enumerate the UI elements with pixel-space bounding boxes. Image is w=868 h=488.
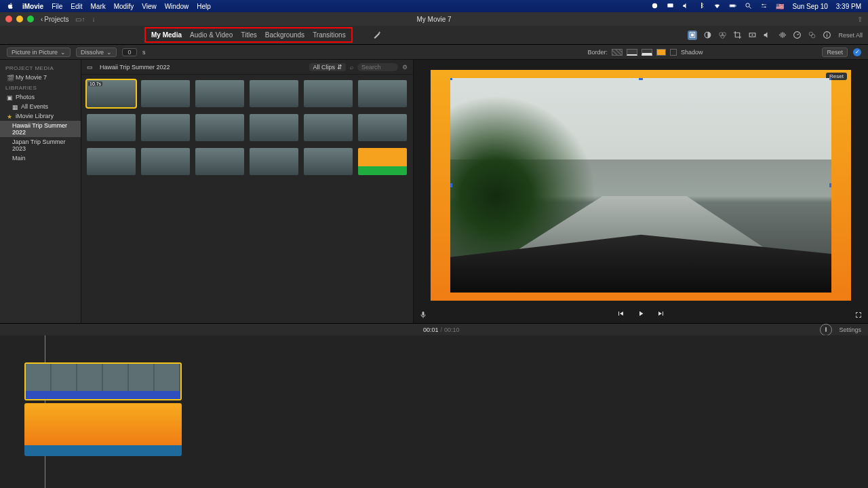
clip-thumbnail[interactable]: [195, 148, 244, 175]
overlay-duration-field[interactable]: 0: [122, 48, 137, 56]
menubar-help[interactable]: Help: [197, 3, 211, 10]
sidebar-event-hawaii[interactable]: Hawaii Trip Summer 2022: [0, 121, 81, 137]
fullscreen-icon[interactable]: [854, 311, 863, 320]
noise-reduction-icon[interactable]: [777, 31, 787, 40]
tab-transitions[interactable]: Transitions: [313, 31, 346, 39]
share-icon[interactable]: ▭↑: [75, 16, 85, 23]
clip-thumbnail[interactable]: [250, 80, 298, 107]
sidebar-event-japan[interactable]: Japan Trip Summer 2023: [0, 137, 81, 153]
timeline-settings-button[interactable]: Settings: [839, 326, 861, 333]
resize-handle[interactable]: [450, 78, 452, 80]
color-correction-icon[interactable]: [717, 31, 727, 40]
import-down-icon[interactable]: ↓: [92, 16, 95, 23]
search-icon[interactable]: [745, 2, 752, 11]
tab-audio-video[interactable]: Audio & Video: [190, 31, 233, 39]
close-window-button[interactable]: [5, 16, 12, 22]
zoom-knob[interactable]: [820, 324, 832, 336]
menubar-window[interactable]: Window: [165, 3, 189, 10]
sidebar-imovie-library[interactable]: ★ iMovie Library: [0, 111, 81, 121]
clip-thumbnail[interactable]: [250, 148, 298, 175]
timeline-clip-background[interactable]: [24, 403, 182, 456]
volume-icon[interactable]: [682, 2, 690, 11]
prev-frame-button[interactable]: [616, 309, 625, 319]
control-center-icon[interactable]: [760, 2, 768, 11]
apple-logo-icon[interactable]: [7, 2, 14, 11]
border-thick-button[interactable]: [642, 49, 652, 56]
volume-inspector-icon[interactable]: [762, 31, 772, 40]
inspector-reset-button[interactable]: Reset: [822, 48, 848, 57]
pip-inner-video[interactable]: [450, 78, 831, 293]
browser-settings-icon[interactable]: ⚙: [402, 64, 408, 71]
menubar-app-name[interactable]: iMovie: [22, 3, 43, 10]
menubar-view[interactable]: View: [142, 3, 157, 10]
clip-thumbnail[interactable]: [87, 148, 136, 175]
clip-thumbnail[interactable]: [358, 114, 407, 141]
clip-thumbnail[interactable]: [141, 114, 190, 141]
play-button[interactable]: [637, 309, 645, 319]
clip-thumbnail[interactable]: [250, 114, 298, 141]
browser-search-input[interactable]: Search: [357, 63, 398, 71]
tab-my-media[interactable]: My Media: [151, 31, 182, 39]
overlay-transition-select[interactable]: Dissolve ⌄: [76, 48, 117, 57]
projects-back-button[interactable]: ‹ Projects: [41, 16, 68, 23]
border-thin-button[interactable]: [627, 49, 637, 56]
clip-thumbnail[interactable]: [304, 114, 353, 141]
clip-thumbnail[interactable]: 10.7s: [87, 80, 136, 107]
enhance-wand-icon[interactable]: [373, 31, 381, 40]
resize-handle[interactable]: [639, 290, 643, 293]
bluetooth-icon[interactable]: [698, 2, 705, 11]
resize-handle[interactable]: [450, 290, 452, 293]
timeline-clip-video[interactable]: [24, 362, 182, 400]
battery-icon[interactable]: [729, 2, 736, 11]
overlay-settings-icon[interactable]: [688, 31, 697, 40]
reset-all-button[interactable]: Reset All: [838, 32, 863, 39]
share-menu-icon[interactable]: ⇪: [857, 16, 863, 23]
clip-filter-select[interactable]: All Clips ⇵: [309, 63, 346, 71]
clip-thumbnail[interactable]: [304, 80, 353, 107]
clip-thumbnail[interactable]: [358, 80, 407, 107]
sidebar-event-main[interactable]: Main: [0, 153, 81, 163]
menubar-edit[interactable]: Edit: [71, 3, 82, 10]
resize-handle[interactable]: [639, 78, 643, 80]
stabilization-icon[interactable]: [747, 31, 757, 40]
tab-backgrounds[interactable]: Backgrounds: [265, 31, 304, 39]
menubar-modify[interactable]: Modify: [114, 3, 134, 10]
pip-outer-frame[interactable]: Reset: [431, 70, 851, 301]
resize-handle[interactable]: [829, 78, 831, 80]
display-icon[interactable]: [667, 2, 674, 11]
shadow-checkbox[interactable]: [670, 49, 677, 56]
tab-titles[interactable]: Titles: [241, 31, 257, 39]
clip-thumbnail[interactable]: [195, 80, 244, 107]
border-none-button[interactable]: [612, 49, 623, 56]
flag-icon[interactable]: 🇺🇸: [776, 3, 784, 10]
voiceover-mic-icon[interactable]: [419, 311, 427, 320]
color-balance-icon[interactable]: [703, 31, 712, 40]
minimize-window-button[interactable]: [16, 16, 23, 22]
clip-thumbnail[interactable]: [87, 114, 136, 141]
menubar-date[interactable]: Sun Sep 10: [792, 3, 827, 10]
resize-handle[interactable]: [450, 183, 452, 187]
next-frame-button[interactable]: [657, 309, 665, 319]
clip-thumbnail[interactable]: [141, 80, 190, 107]
border-color-swatch[interactable]: [656, 49, 666, 56]
zoom-window-button[interactable]: [27, 16, 34, 22]
info-icon[interactable]: [822, 31, 831, 40]
menubar-file[interactable]: File: [52, 3, 62, 10]
clip-thumbnail[interactable]: [141, 148, 190, 175]
timeline[interactable]: [0, 335, 868, 488]
viewer-canvas[interactable]: Reset: [414, 60, 868, 305]
sidebar-current-movie[interactable]: 🎬 My Movie 7: [0, 73, 81, 82]
clip-thumbnail[interactable]: [304, 148, 353, 175]
record-status-icon[interactable]: [651, 2, 658, 11]
overlay-mode-select[interactable]: Picture in Picture ⌄: [7, 48, 71, 57]
clip-filter-icon[interactable]: [807, 31, 816, 40]
speed-icon[interactable]: [792, 31, 802, 40]
wifi-icon[interactable]: [713, 2, 721, 11]
sidebar-photos[interactable]: ▣ Photos: [0, 92, 81, 102]
resize-handle[interactable]: [829, 183, 831, 187]
clip-thumbnail-background[interactable]: [358, 148, 407, 175]
inspector-apply-icon[interactable]: ✓: [853, 48, 861, 56]
clip-thumbnail[interactable]: [195, 114, 244, 141]
sidebar-all-events[interactable]: ▦ All Events: [0, 102, 81, 111]
list-view-icon[interactable]: ▭: [87, 64, 93, 71]
